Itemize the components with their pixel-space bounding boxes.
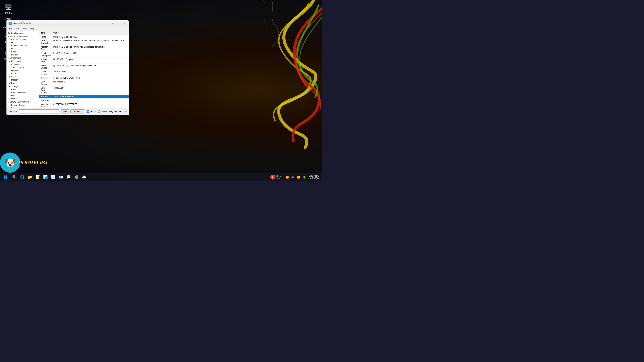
taskbar-settings[interactable]: ⚙️ xyxy=(72,174,80,180)
tree-group-input[interactable]: ▶ Input xyxy=(6,75,39,78)
systray-wifi[interactable]: 📶 xyxy=(296,175,301,179)
menu-file[interactable]: File xyxy=(8,27,14,30)
clock-date: 8/21/2024 xyxy=(309,177,319,179)
tree-leaf-infrared[interactable]: Infrared xyxy=(6,72,39,75)
taskbar: 🔍 🌐 📁 📝 📊 📈 📧 💬 ⚙️ ☁️ 🌡 Humid Now 🔼 🔊 📶 xyxy=(0,173,322,181)
tree-leaf-usb[interactable]: USB xyxy=(6,94,39,97)
table-row[interactable]: Adapter TypeIntel(R) HD Graphics Family,… xyxy=(39,45,129,51)
menu-edit[interactable]: Edit xyxy=(14,27,21,30)
details-panel[interactable]: Item Value NameIntel(R) HD Graphics 4000… xyxy=(39,31,129,108)
table-row[interactable]: NameIntel(R) HD Graphics 4000 xyxy=(39,35,129,39)
tree-group-hardware-resources[interactable]: ▼ Hardware Resources xyxy=(6,35,39,38)
tree-group-components[interactable]: ▼ Components xyxy=(6,56,39,60)
taskbar-excel[interactable]: 📊 xyxy=(42,174,49,180)
menu-bar: File Edit View Help xyxy=(6,26,129,31)
tree-leaf-dma[interactable]: DMA xyxy=(6,41,39,44)
table-row[interactable]: Color PlanesNot Available xyxy=(39,80,129,86)
svg-rect-2 xyxy=(4,177,5,179)
tree-leaf-memory[interactable]: Memory xyxy=(6,53,39,56)
taskbar-outlook[interactable]: 📧 xyxy=(57,174,64,180)
minimize-button[interactable]: ─ xyxy=(110,21,115,25)
expand-arrow-software: ▼ xyxy=(8,101,10,103)
tree-leaf-system-drivers[interactable]: System Drivers xyxy=(6,104,39,107)
row-item: Color Table Entries xyxy=(39,86,52,95)
menu-help[interactable]: Help xyxy=(29,27,36,30)
tree-leaf-cdrom[interactable]: CD-ROM xyxy=(6,63,39,66)
tree-group-storage[interactable]: ▶ Storage xyxy=(6,85,39,88)
tree-leaf-conflicts[interactable]: Conflicts/Sharing xyxy=(6,38,39,41)
tree-leaf-problem-devices[interactable]: Problem Devices xyxy=(6,91,39,94)
taskbar-explorer[interactable]: 📁 xyxy=(26,174,34,180)
desktop-icon-this-pc[interactable]: 🖥️ This PC xyxy=(2,2,15,15)
tree-leaf-printing[interactable]: Printing xyxy=(6,88,39,91)
tree-leaf-network[interactable]: Network xyxy=(6,97,39,100)
table-row[interactable]: Adapter RAM(2,113,929,216) bytes xyxy=(39,57,129,64)
tree-leaf-modem[interactable]: Modem xyxy=(6,78,39,81)
table-row[interactable]: Color Table Entries4294967296 xyxy=(39,86,129,95)
system-information-window: ℹ System Information ─ □ ✕ File Edit Vie… xyxy=(6,20,129,115)
row-item: PNP Device ID xyxy=(39,39,52,45)
expand-arrow-input: ▶ xyxy=(9,76,11,78)
taskbar-apps: 🔍 🌐 📁 📝 📊 📈 📧 💬 ⚙️ ☁️ xyxy=(11,174,88,180)
table-row[interactable]: INF Fileoem13.inf (iVBD_w10 section) xyxy=(39,76,129,80)
systray-expand[interactable]: 🔼 xyxy=(285,175,289,179)
maximize-button[interactable]: □ xyxy=(116,21,121,25)
tree-group-multimedia[interactable]: ▶ Multimedia xyxy=(6,60,39,63)
details-table: Item Value NameIntel(R) HD Graphics 4000… xyxy=(39,31,129,108)
expand-arrow-ports: ▶ xyxy=(9,82,11,84)
row-item: Adapter RAM xyxy=(39,57,52,64)
row-item: Memory Address xyxy=(39,102,52,108)
tree-group-software-environment[interactable]: ▼ Software Environment xyxy=(6,100,39,104)
window-icon: ℹ xyxy=(8,22,12,25)
taskbar-clock[interactable]: 9:32:02 PM 8/21/2024 xyxy=(308,175,321,179)
background-swirl xyxy=(204,0,322,181)
find-bar: Find what: Find Close Find Search Search… xyxy=(6,108,129,115)
tree-leaf-display[interactable]: Display xyxy=(6,69,39,72)
taskbar-word[interactable]: 📝 xyxy=(34,174,41,180)
tree-leaf-env-vars[interactable]: Environment Variables xyxy=(6,107,39,108)
tree-root-system-summary[interactable]: System Summary xyxy=(6,31,39,35)
taskbar-powerpoint[interactable]: 📈 xyxy=(49,174,57,180)
tree-leaf-irqs[interactable]: IRQs xyxy=(6,50,39,53)
table-row[interactable]: Installed Driversigdumdim64.dll,igd10ium… xyxy=(39,64,129,70)
this-pc-icon: 🖥️ xyxy=(4,3,12,11)
tree-leaf-forced-hardware[interactable]: Forced Hardware xyxy=(6,44,39,47)
tree-panel[interactable]: System Summary ▼ Hardware Resources Conf… xyxy=(6,31,39,108)
table-row[interactable]: Bits/Pixel32 xyxy=(39,98,129,102)
expand-arrow-multimedia: ▶ xyxy=(9,60,11,62)
window-content: System Summary ▼ Hardware Resources Conf… xyxy=(6,31,129,108)
tree-group-ports[interactable]: ▶ Ports xyxy=(6,81,39,85)
table-row[interactable]: Adapter DescriptionIntel(R) HD Graphics … xyxy=(39,51,129,57)
row-value: Intel(R) HD Graphics Family, Intel Corpo… xyxy=(52,45,129,51)
close-find-button[interactable]: Close Find xyxy=(70,109,84,113)
multimedia-label: Multimedia xyxy=(11,60,21,62)
start-button[interactable] xyxy=(1,174,10,180)
systray-volume[interactable]: 🔊 xyxy=(291,175,295,179)
column-header-item: Item xyxy=(39,31,52,35)
find-input[interactable] xyxy=(19,109,59,113)
menu-view[interactable]: View xyxy=(21,27,28,30)
table-row[interactable]: Memory Address0xF7400000-0xF77FFFFF xyxy=(39,102,129,108)
input-label: Input xyxy=(11,76,16,78)
tree-leaf-sound-device[interactable]: Sound Device xyxy=(6,66,39,69)
table-row[interactable]: Driver Version10.18.10.4358 xyxy=(39,70,129,76)
taskbar-weather[interactable]: 🌡 Humid Now xyxy=(269,175,284,180)
taskbar-edge[interactable]: 🌐 xyxy=(18,174,26,180)
systray-battery[interactable]: 🔋 xyxy=(302,175,306,179)
find-button[interactable]: Find xyxy=(61,109,69,113)
table-row[interactable]: Resolution1920 x 1080 x 59 hertz xyxy=(39,95,129,98)
taskbar-azure[interactable]: ☁️ xyxy=(80,174,88,180)
close-button[interactable]: ✕ xyxy=(122,21,126,25)
taskbar-search[interactable]: 🔍 xyxy=(11,174,18,180)
taskbar-teams[interactable]: 💬 xyxy=(65,174,72,180)
row-value: oem13.inf (iVBD_w10 section) xyxy=(52,76,129,80)
window-title: System Information xyxy=(13,22,110,24)
clock-time: 9:32:02 PM xyxy=(309,175,319,177)
tree-leaf-io[interactable]: I/O xyxy=(6,47,39,50)
row-item: Adapter Description xyxy=(39,51,52,57)
storage-label: Storage xyxy=(11,85,18,88)
row-item: Name xyxy=(39,35,52,39)
search-checkbox[interactable] xyxy=(87,110,89,113)
category-checkbox[interactable] xyxy=(98,110,100,113)
table-row[interactable]: PNP Device IDPCI\VEN_8086&DEV_0162&SUBSY… xyxy=(39,39,129,45)
